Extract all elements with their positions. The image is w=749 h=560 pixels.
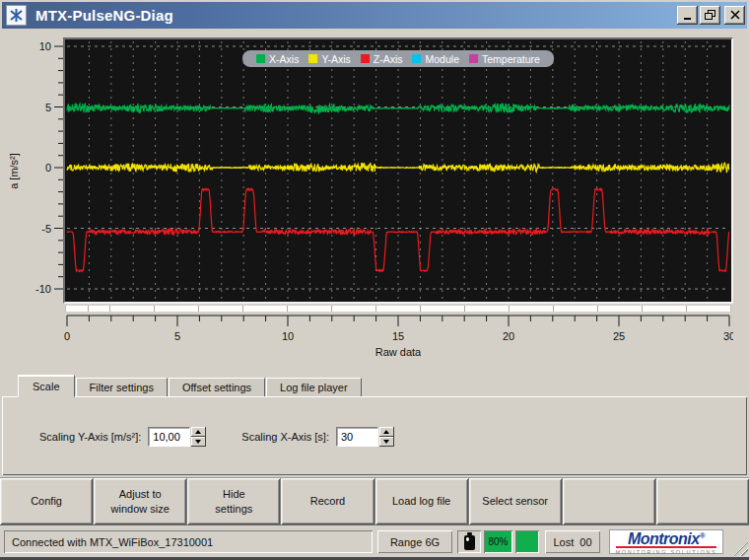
y-scaling-spin-down[interactable] [191, 437, 206, 447]
tab-log-file-player[interactable]: Log file player [266, 378, 362, 397]
legend-label: Y-Axis [321, 53, 350, 65]
adjust-to-window-size-button[interactable]: Adjust towindow size [94, 478, 186, 525]
action-button-row: ConfigAdjust towindow sizeHidesettingsRe… [0, 477, 749, 525]
legend-item-module[interactable]: Module [413, 53, 459, 65]
resize-grip[interactable] [733, 541, 748, 556]
button-label: Hide [223, 487, 245, 502]
svg-text:10: 10 [282, 330, 294, 342]
svg-text:0: 0 [45, 162, 51, 174]
y-scaling-spinbox [148, 427, 206, 447]
tab-scale[interactable]: Scale [18, 375, 75, 397]
restore-button[interactable] [700, 6, 720, 25]
button-label: Record [310, 494, 345, 509]
svg-text:20: 20 [503, 330, 514, 342]
svg-text:10: 10 [39, 40, 51, 52]
module-swatch [413, 54, 422, 63]
button-label: Config [31, 494, 62, 509]
z-axis-swatch [361, 54, 370, 63]
button-label: Adjust to [119, 487, 162, 502]
legend-label: Temperature [482, 53, 540, 65]
button-label: settings [215, 502, 252, 517]
legend-label: Module [426, 53, 459, 65]
svg-text:30: 30 [723, 330, 733, 342]
empty-1-button[interactable] [563, 478, 655, 525]
lost-packets-panel: Lost 00 [545, 530, 600, 553]
y-axis-ticks: 1050-5-10 [34, 39, 63, 302]
x-scaling-label: Scaling X-Axis [s]: [241, 431, 329, 443]
x-axis-title: Raw data [63, 346, 733, 358]
empty-2-button[interactable] [656, 478, 749, 525]
close-icon [729, 10, 741, 21]
chart-legend: X-AxisY-AxisZ-AxisModuleTemperature [242, 50, 554, 67]
svg-text:-5: -5 [41, 223, 51, 235]
button-label: window size [111, 502, 170, 517]
app-window: MTX-PulseNG-Diag a [m/s²] 1050-5-10 [0, 0, 749, 560]
x-scaling-spinbox [336, 427, 394, 447]
connection-status: Connected with MTX_WiFiBox_17310001 [4, 530, 373, 553]
x-scaling-spin-up[interactable] [379, 427, 394, 437]
range-button[interactable]: Range 6G [377, 530, 452, 553]
plot-frame: X-AxisY-AxisZ-AxisModuleTemperature [63, 37, 733, 304]
close-button[interactable] [724, 6, 745, 25]
plot-scrollbar[interactable] [65, 306, 731, 312]
record-button[interactable]: Record [281, 478, 374, 525]
x-scaling-input[interactable] [336, 427, 378, 447]
title-bar: MTX-PulseNG-Diag [2, 2, 747, 29]
status-bar: Connected with MTX_WiFiBox_17310001 Rang… [0, 527, 749, 557]
svg-text:15: 15 [392, 330, 404, 342]
config-button[interactable]: Config [0, 478, 93, 525]
battery-icon [464, 535, 475, 550]
minimize-button[interactable] [677, 6, 698, 25]
tab-offset-settings[interactable]: Offset settings [169, 378, 265, 397]
y-axis-swatch [308, 54, 317, 63]
restore-icon [705, 10, 716, 21]
x-scaling-spin-down[interactable] [379, 437, 394, 447]
starburst-icon [9, 8, 24, 23]
y-axis-title: a [m/s²] [8, 142, 21, 201]
temperature-swatch [469, 54, 478, 63]
y-scaling-label: Scaling Y-Axis [m/s²]: [39, 431, 141, 443]
load-log-file-button[interactable]: Load log file [375, 478, 468, 525]
hide-settings-button[interactable]: Hidesettings [187, 478, 280, 525]
x-axis-swatch [256, 54, 265, 63]
svg-text:5: 5 [174, 330, 180, 342]
button-label: Load log file [392, 494, 450, 509]
svg-text:5: 5 [45, 102, 51, 113]
legend-label: X-Axis [269, 53, 299, 65]
legend-item-temperature[interactable]: Temperature [469, 53, 540, 65]
chart-area: a [m/s²] 1050-5-10 X-AxisY-AxisZ-AxisMod… [0, 29, 749, 376]
montronix-logo: Montronix® MONITORING SOLUTIONS [609, 529, 723, 554]
legend-item-y-axis[interactable]: Y-Axis [308, 53, 350, 65]
app-icon [6, 5, 27, 26]
svg-text:0: 0 [64, 330, 70, 342]
y-scaling-spin-up[interactable] [191, 427, 206, 437]
tab-filter-settings[interactable]: Filter settings [76, 378, 168, 397]
scale-tab-panel: Scaling Y-Axis [m/s²]: Scaling X-Axis [s… [2, 396, 747, 475]
svg-text:25: 25 [613, 330, 625, 342]
minimize-icon [682, 10, 694, 21]
legend-item-z-axis[interactable]: Z-Axis [361, 53, 403, 65]
settings-tabs: ScaleFilter settingsOffset settingsLog f… [2, 376, 747, 397]
legend-item-x-axis[interactable]: X-Axis [256, 53, 299, 65]
signal-plot [65, 39, 731, 302]
select-sensor-button[interactable]: Select sensor [469, 478, 562, 525]
battery-percent-panel: 80% [484, 530, 512, 553]
y-scaling-input[interactable] [148, 427, 190, 447]
signal-indicator [515, 530, 539, 553]
window-title: MTX-PulseNG-Diag [35, 7, 173, 24]
battery-panel [457, 530, 481, 553]
svg-text:-10: -10 [35, 283, 51, 295]
legend-label: Z-Axis [374, 53, 403, 65]
button-label: Select sensor [482, 494, 548, 509]
